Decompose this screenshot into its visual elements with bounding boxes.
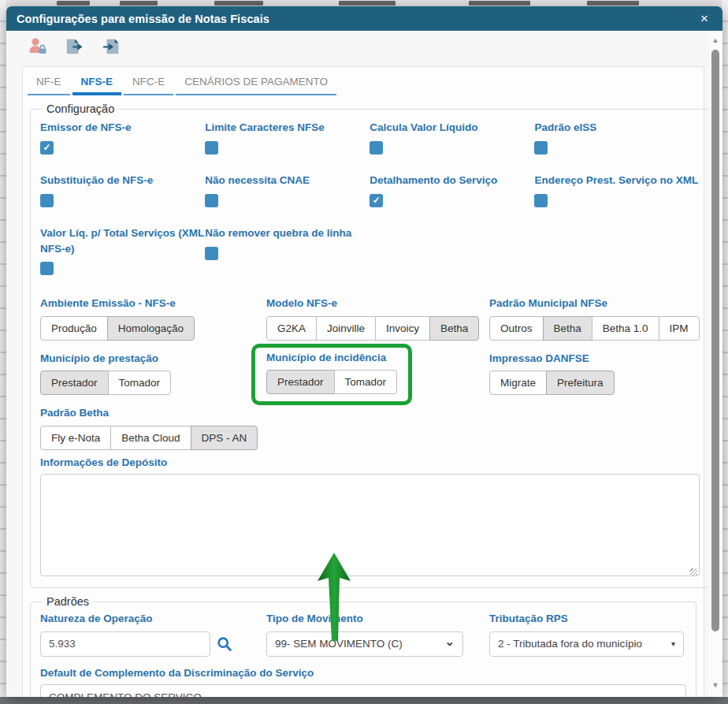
fly-enota-button[interactable]: Fly e-Nota xyxy=(40,426,111,450)
tributacao-rps-value: 2 - Tributada fora do município xyxy=(498,638,642,650)
scrollbar-thumb[interactable] xyxy=(711,50,719,631)
highlight-annotation-box: Município de incidência Prestador Tomado… xyxy=(251,344,412,406)
tipo-movimento-select[interactable]: 99- SEM MOVIMENTO (C) ⌄ xyxy=(266,631,463,657)
betha-button[interactable]: Betha xyxy=(429,316,479,341)
checkbox-label: Calcula Valor Líquido xyxy=(370,121,477,133)
chevron-down-icon: ⌄ xyxy=(444,635,455,649)
group-label: Padrão Municipal NFSe xyxy=(489,296,700,311)
padroes-fields-row: Natureza de Operação Tipo de Movimento 9… xyxy=(37,609,689,657)
prefeitura-button[interactable]: Prefeitura xyxy=(546,371,615,395)
homologacao-button[interactable]: Homologação xyxy=(107,316,195,341)
padrao-eiss-checkbox[interactable] xyxy=(534,141,548,155)
group-label: Modelo NFS-e xyxy=(266,296,489,311)
checkbox-label: Não remover quebra de linha xyxy=(205,227,351,239)
background-page-bottom-bar xyxy=(0,697,728,704)
checkbox-field: Emissor de NFS-e xyxy=(40,120,205,155)
caret-down-icon: ▾ xyxy=(671,639,675,648)
tributacao-rps-select[interactable]: 2 - Tributada fora do município ▾ xyxy=(489,631,684,657)
checkbox-field: Substituição de NFS-e xyxy=(40,173,205,207)
import-document-icon[interactable] xyxy=(102,36,122,57)
export-document-icon[interactable] xyxy=(65,36,85,57)
natureza-operacao-field: Natureza de Operação xyxy=(40,611,266,657)
background-menu-fragment xyxy=(57,1,90,6)
checkbox-label: Limite Caracteres NFSe xyxy=(205,121,325,133)
tributacao-rps-field: Tributação RPS 2 - Tributada fora do mun… xyxy=(489,611,686,657)
padrao-betha-group: Padrão Betha Fly e-Nota Betha Cloud DPS … xyxy=(40,405,266,450)
checkbox-label: Detalhamento do Serviço xyxy=(370,174,497,186)
tipo-movimento-field: Tipo de Movimento 99- SEM MOVIMENTO (C) … xyxy=(266,611,489,657)
scroll-down-icon[interactable]: ▼ xyxy=(709,681,722,689)
checkbox-field: Detalhamento do Serviço xyxy=(370,173,534,207)
button-group-row: Padrão Betha Fly e-Nota Betha Cloud DPS … xyxy=(40,405,700,450)
background-page-right-sliver xyxy=(722,0,728,704)
prestacao-prestador-button[interactable]: Prestador xyxy=(40,371,109,395)
tab-nf-e[interactable]: NF-E xyxy=(28,72,70,95)
calcula-valor-liquido-checkbox[interactable] xyxy=(370,141,383,155)
tributacao-rps-label: Tributação RPS xyxy=(489,613,568,624)
checkbox-label: Não necessita CNAE xyxy=(205,174,310,186)
incidencia-tomador-button[interactable]: Tomador xyxy=(334,370,398,394)
padroes-section: Padrões Natureza de Operação Tipo de Mov… xyxy=(30,595,696,697)
search-icon[interactable] xyxy=(217,636,232,652)
checkbox-grid-spacer xyxy=(534,225,699,276)
checkbox-field: Valor Líq. p/ Total Serviços (XML NFS-e) xyxy=(40,225,205,276)
natureza-operacao-input[interactable] xyxy=(40,631,210,657)
checkbox-field: Endereço Prest. Serviço no XML xyxy=(534,173,699,207)
nao-necessita-cnae-checkbox[interactable] xyxy=(205,194,218,207)
padrao-municipal-group: Padrão Municipal NFSe Outros Betha Betha… xyxy=(489,296,700,341)
informacoes-deposito-textarea[interactable] xyxy=(40,474,700,576)
dialog-title: Configurações para emissão de Notas Fisc… xyxy=(17,13,269,25)
background-menu-fragment xyxy=(587,1,639,6)
background-menu-fragment xyxy=(214,1,263,6)
modal-scrollbar[interactable]: ▲ ▼ xyxy=(709,32,722,697)
prestacao-tomador-button[interactable]: Tomador xyxy=(108,371,172,395)
betha-10-button[interactable]: Betha 1.0 xyxy=(592,316,659,341)
tab-cenarios-de-pagamento[interactable]: CENÁRIOS DE PAGAMENTO xyxy=(176,72,336,95)
joinville-button[interactable]: Joinville xyxy=(316,316,376,341)
default-complemento-textarea[interactable]: COMPLEMENTO DO SERVIÇO xyxy=(40,684,686,697)
endereco-prest-servico-checkbox[interactable] xyxy=(534,194,548,207)
informacoes-deposito-label: Informações de Depósito xyxy=(40,456,167,468)
impressao-danfse-group: Impressao DANFSE Migrate Prefeitura xyxy=(489,351,700,396)
background-menu-fragment xyxy=(339,1,396,6)
emissor-nfse-checkbox[interactable] xyxy=(40,141,54,155)
tab-nfs-e[interactable]: NFS-E xyxy=(72,72,122,95)
nao-remover-quebra-linha-checkbox[interactable] xyxy=(205,247,218,260)
incidencia-prestador-button[interactable]: Prestador xyxy=(266,370,335,394)
betha-cloud-button[interactable]: Betha Cloud xyxy=(110,426,191,450)
background-menu-fragment xyxy=(120,1,158,6)
dps-an-button[interactable]: DPS - AN xyxy=(191,426,258,450)
checkbox-field: Limite Caracteres NFSe xyxy=(205,120,370,155)
dialog-content-panel: NF-E NFS-E NFC-E CENÁRIOS DE PAGAMENTO C… xyxy=(22,66,704,697)
group-label: Padrão Betha xyxy=(40,405,266,421)
migrate-button[interactable]: Migrate xyxy=(489,371,547,395)
checkbox-label: Valor Líq. p/ Total Serviços (XML NFS-e) xyxy=(40,227,204,255)
valor-liq-total-servicos-checkbox[interactable] xyxy=(40,262,54,275)
checkbox-field: Não necessita CNAE xyxy=(205,173,370,207)
default-complemento-label: Default de Complemento da Discriminação … xyxy=(40,667,314,679)
municipio-prestacao-group: Município de prestação Prestador Tomador xyxy=(40,351,266,396)
tab-nfc-e[interactable]: NFC-E xyxy=(124,72,173,95)
close-icon[interactable]: × xyxy=(696,10,712,27)
producao-button[interactable]: Produção xyxy=(40,316,108,341)
tipo-movimento-label: Tipo de Movimento xyxy=(266,613,363,624)
checkbox-field: Calcula Valor Líquido xyxy=(370,120,534,155)
detalhamento-servico-checkbox[interactable] xyxy=(370,194,383,207)
scroll-up-icon[interactable]: ▲ xyxy=(709,36,722,44)
checkbox-label: Endereço Prest. Serviço no XML xyxy=(534,174,698,186)
municipio-incidencia-group: Município de incidência Prestador Tomado… xyxy=(266,350,397,395)
betha-municipal-button[interactable]: Betha xyxy=(543,316,592,341)
group-label: Município de incidência xyxy=(266,350,397,366)
limite-caracteres-checkbox[interactable] xyxy=(205,141,218,155)
group-label: Impressao DANFSE xyxy=(489,351,700,367)
button-group-row: Município de prestação Prestador Tomador… xyxy=(40,351,700,396)
tipo-movimento-value: 99- SEM MOVIMENTO (C) xyxy=(275,638,403,650)
dialog-toolbar xyxy=(6,31,722,62)
ipm-button[interactable]: IPM xyxy=(659,316,700,341)
tab-bar: NF-E NFS-E NFC-E CENÁRIOS DE PAGAMENTO xyxy=(23,67,704,95)
user-lock-icon[interactable] xyxy=(28,36,48,57)
substituicao-nfse-checkbox[interactable] xyxy=(40,194,54,207)
outros-button[interactable]: Outros xyxy=(489,316,544,341)
g2ka-button[interactable]: G2KA xyxy=(266,316,317,341)
invoicy-button[interactable]: Invoicy xyxy=(375,316,430,341)
